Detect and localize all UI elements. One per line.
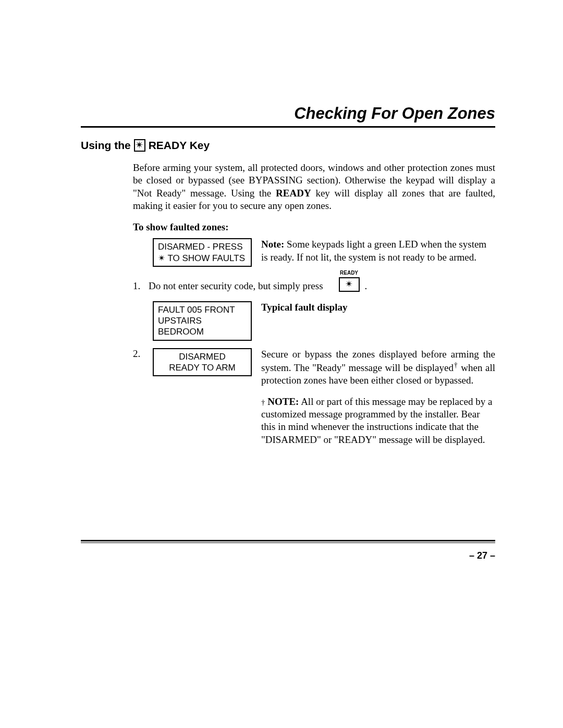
note1-bold: Note: [261, 239, 284, 250]
page-number: – 27 – [469, 550, 495, 561]
step1-period: . [365, 280, 368, 292]
dagger-icon: † [454, 361, 458, 369]
lcd3-line2: READY TO ARM [158, 362, 247, 373]
note-2: † NOTE: All or part of this message may … [261, 396, 495, 446]
typical-fault-bold: Typical fault display [261, 302, 347, 313]
dagger-icon: † [261, 398, 265, 406]
note-1: Note: Some keypads light a green LED whe… [261, 238, 495, 264]
step2-number: 2. [133, 348, 143, 360]
note2-bold: NOTE: [265, 396, 299, 407]
ready-key: READY ✴ [339, 277, 360, 292]
lcd2-line1: FAULT 005 FRONT [158, 304, 247, 315]
lcd-display-1: DISARMED - PRESS ✴ TO SHOW FAULTS [153, 238, 252, 267]
section-heading: Using the ✴ READY Key [81, 139, 495, 152]
step-2-row: 2. DISARMED READY TO ARM Secure or bypas… [133, 348, 495, 447]
lcd2-line2: UPSTAIRS BEDROOM [158, 315, 247, 338]
subheading: To show faulted zones: [133, 221, 495, 233]
star-key-icon: ✴ [134, 139, 145, 152]
step2-text: Secure or bypass the zones displayed bef… [261, 348, 495, 387]
heading-prefix: Using the [81, 139, 131, 152]
ready-key-label: READY [340, 270, 358, 276]
step-1: 1. Do not enter security code, but simpl… [133, 277, 495, 292]
content-column: Before arming your system, all protected… [133, 162, 495, 446]
typical-fault-label: Typical fault display [261, 301, 495, 314]
heading-suffix: READY Key [149, 139, 210, 152]
step1-number: 1. [133, 280, 143, 292]
lcd3-line1: DISARMED [158, 351, 247, 362]
page-title: Checking For Open Zones [81, 104, 495, 128]
lcd-note-row: DISARMED - PRESS ✴ TO SHOW FAULTS Note: … [133, 238, 495, 267]
intro-bold: READY [276, 188, 311, 199]
step1-text: Do not enter security code, but simply p… [149, 280, 323, 292]
intro-paragraph: Before arming your system, all protected… [133, 162, 495, 212]
fault-display-row: FAULT 005 FRONT UPSTAIRS BEDROOM Typical… [133, 301, 495, 341]
lcd1-line2: ✴ TO SHOW FAULTS [158, 253, 247, 264]
note1-text: Some keypads light a green LED when the … [261, 239, 486, 262]
footer-rule [81, 540, 495, 543]
page: Checking For Open Zones Using the ✴ READ… [0, 0, 563, 728]
star-key-icon: ✴ [339, 277, 360, 292]
lcd1-line1: DISARMED - PRESS [158, 241, 247, 252]
step2-body: Secure or bypass the zones displayed bef… [261, 348, 495, 447]
lcd-display-3: DISARMED READY TO ARM [153, 348, 252, 377]
lcd-display-2: FAULT 005 FRONT UPSTAIRS BEDROOM [153, 301, 252, 341]
